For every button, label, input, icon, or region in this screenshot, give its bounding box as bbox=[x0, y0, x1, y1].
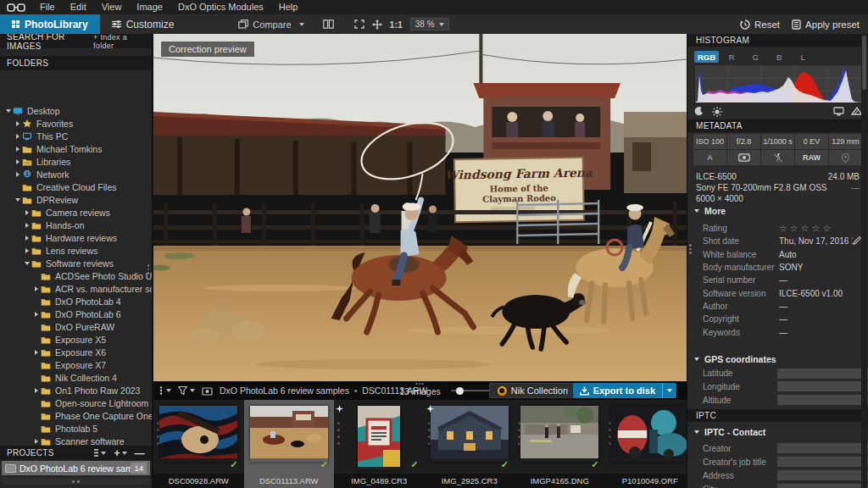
folder-tree-item[interactable]: On1 Photo Raw 2023 bbox=[0, 384, 152, 396]
tree-expander-icon[interactable] bbox=[14, 121, 22, 126]
histogram-header[interactable]: HISTOGRAM bbox=[687, 34, 868, 47]
folder-tree-item[interactable]: Software reviews bbox=[0, 257, 152, 269]
tree-expander-icon[interactable] bbox=[23, 223, 31, 228]
tree-expander-icon[interactable] bbox=[14, 147, 22, 152]
menu-edit[interactable]: Edit bbox=[63, 0, 94, 14]
right-panel-collapse-handle[interactable] bbox=[689, 244, 692, 254]
folder-tree-item[interactable]: Exposure X7 bbox=[0, 358, 152, 371]
address-input[interactable] bbox=[777, 470, 868, 480]
tree-expander-icon[interactable] bbox=[23, 262, 31, 265]
nik-collection-button[interactable]: Nik Collection bbox=[489, 383, 576, 398]
city-input[interactable] bbox=[777, 484, 868, 488]
tree-expander-icon[interactable] bbox=[32, 312, 41, 317]
menu-help[interactable]: Help bbox=[271, 0, 306, 14]
edit-pencil-icon[interactable] bbox=[853, 236, 861, 247]
folder-tree-item[interactable]: Favorites bbox=[0, 117, 152, 130]
pan-tool-icon[interactable] bbox=[372, 19, 382, 30]
folder-tree-item[interactable]: DPReview bbox=[0, 193, 152, 206]
menu-view[interactable]: View bbox=[94, 0, 130, 14]
folder-tree-item[interactable]: Creative Cloud Files bbox=[0, 180, 152, 193]
menu-image[interactable]: Image bbox=[129, 0, 170, 14]
compare-button[interactable]: Compare bbox=[238, 19, 291, 30]
tree-expander-icon[interactable] bbox=[32, 286, 41, 291]
image-viewer-canvas[interactable]: Windsong Farm Arena Home of the Clayman … bbox=[153, 34, 687, 381]
folder-tree-item[interactable]: DxO PureRAW bbox=[0, 320, 152, 333]
rating-stars[interactable]: ☆☆☆☆☆ bbox=[779, 223, 833, 234]
folder-tree-item[interactable]: DxO PhotoLab 4 bbox=[0, 295, 152, 308]
folder-tree-item[interactable]: Hands-on bbox=[0, 219, 152, 231]
folder-tree-item[interactable]: Phase One Capture One 20 bbox=[0, 409, 152, 422]
add-project-button[interactable]: + bbox=[114, 447, 126, 459]
tree-expander-icon[interactable] bbox=[14, 159, 22, 164]
breadcrumb-source[interactable]: DxO PhotoLab 6 review samples bbox=[220, 385, 349, 396]
zoom-level-dropdown[interactable]: 38 % bbox=[410, 18, 449, 30]
latitude-input[interactable] bbox=[777, 369, 868, 379]
right-panel-scrollbar[interactable] bbox=[861, 34, 867, 488]
histogram-tab-rgb[interactable]: RGB bbox=[694, 51, 719, 63]
tree-expander-icon[interactable] bbox=[23, 236, 31, 241]
thumbnail-size-slider[interactable] bbox=[451, 390, 490, 391]
tree-expander-icon[interactable] bbox=[14, 198, 22, 202]
folder-tree-item[interactable]: Desktop bbox=[0, 104, 152, 117]
thumbnail-rating-dots[interactable] bbox=[337, 422, 340, 445]
histogram-tab-l[interactable]: L bbox=[792, 51, 814, 63]
filmstrip-thumbnail-DSC01113.ARW[interactable]: ✓DSC01113.ARW bbox=[244, 400, 335, 488]
tab-customize[interactable]: Customize bbox=[100, 14, 186, 34]
histogram-tab-g[interactable]: G bbox=[744, 51, 766, 63]
folder-tree-item[interactable]: ACR vs. manufacturer software bbox=[0, 282, 152, 295]
tree-expander-icon[interactable] bbox=[32, 388, 41, 393]
highlight-clipping-icon[interactable] bbox=[712, 107, 722, 117]
sort-order-button[interactable] bbox=[159, 386, 171, 395]
menu-dxo-optics-modules[interactable]: DxO Optics Modules bbox=[170, 0, 271, 14]
sidebar-collapse-handle[interactable] bbox=[147, 264, 150, 274]
tree-expander-icon[interactable] bbox=[4, 109, 13, 113]
export-to-disk-button[interactable]: Export to disk bbox=[573, 383, 676, 398]
folder-tree-item[interactable]: ACDSee Photo Studio Ultimate bbox=[0, 269, 152, 282]
filter-button[interactable] bbox=[178, 386, 195, 395]
slider-knob[interactable] bbox=[456, 387, 464, 395]
project-item-selected[interactable]: DxO PhotoLab 6 review samples 14 bbox=[2, 461, 150, 475]
index-a-folder-link[interactable]: + Index a folder bbox=[93, 33, 145, 50]
more-toggle[interactable]: More bbox=[694, 206, 726, 216]
folder-tree-item[interactable]: Network bbox=[0, 168, 152, 180]
zoom-1to1-button[interactable]: 1:1 bbox=[390, 19, 403, 30]
project-sort-button[interactable] bbox=[94, 449, 106, 457]
filmstrip-thumbnail-IMG_2925.CR3[interactable]: ✓IMG_2925.CR3 bbox=[425, 400, 515, 488]
creator-input[interactable] bbox=[777, 443, 868, 453]
histogram-tab-b[interactable]: B bbox=[768, 51, 790, 63]
histogram-tab-r[interactable]: R bbox=[721, 51, 743, 63]
reset-button[interactable]: Reset bbox=[740, 19, 780, 30]
creator-s-job-title-input[interactable] bbox=[777, 457, 868, 467]
fit-screen-icon[interactable] bbox=[354, 19, 364, 29]
filmstrip-thumbnail-IMGP4165.DNG[interactable]: ✓IMGP4165.DNG bbox=[515, 400, 605, 488]
apply-preset-button[interactable]: Apply preset bbox=[792, 19, 860, 30]
tab-photolibrary[interactable]: PhotoLibrary bbox=[0, 14, 100, 34]
tree-expander-icon[interactable] bbox=[14, 134, 22, 139]
folder-tree-item[interactable]: Open-source Lightroom alternatives bbox=[0, 396, 152, 409]
tree-expander-icon[interactable] bbox=[32, 439, 41, 444]
gps-coordinates-toggle[interactable]: GPS coordinates bbox=[694, 354, 776, 364]
tree-expander-icon[interactable] bbox=[23, 210, 31, 215]
metadata-header[interactable]: METADATA bbox=[687, 119, 868, 132]
folder-tree-item[interactable]: Libraries bbox=[0, 155, 152, 168]
search-for-images-header[interactable]: SEARCH FOR IMAGES + Index a folder bbox=[0, 34, 152, 48]
tree-expander-icon[interactable] bbox=[14, 172, 22, 177]
remove-project-button[interactable]: — bbox=[135, 447, 145, 459]
folder-tree-item[interactable]: Lens reviews bbox=[0, 244, 152, 257]
menu-file[interactable]: File bbox=[32, 0, 63, 14]
folder-tree-item[interactable]: Michael Tomkins bbox=[0, 142, 152, 155]
folder-tree-item[interactable]: This PC bbox=[0, 130, 152, 142]
folder-tree-item[interactable]: Exposure X5 bbox=[0, 333, 152, 346]
longitude-input[interactable] bbox=[777, 381, 868, 391]
folder-tree-item[interactable]: Hardware reviews bbox=[0, 231, 152, 244]
folder-tree-item[interactable]: Camera reviews bbox=[0, 206, 152, 219]
folders-header[interactable]: FOLDERS bbox=[0, 56, 152, 70]
altitude-input[interactable] bbox=[777, 395, 868, 405]
tree-expander-icon[interactable] bbox=[32, 350, 41, 355]
monitor-icon[interactable] bbox=[833, 107, 844, 116]
folder-tree-item[interactable]: Nik Collection 4 bbox=[0, 371, 152, 384]
filmstrip-thumbnail-P1010049.ORF[interactable]: P1010049.ORF bbox=[605, 400, 687, 488]
compare-caret[interactable] bbox=[299, 23, 304, 26]
shadow-clipping-icon[interactable] bbox=[694, 107, 704, 116]
split-view-icon[interactable] bbox=[323, 19, 334, 29]
